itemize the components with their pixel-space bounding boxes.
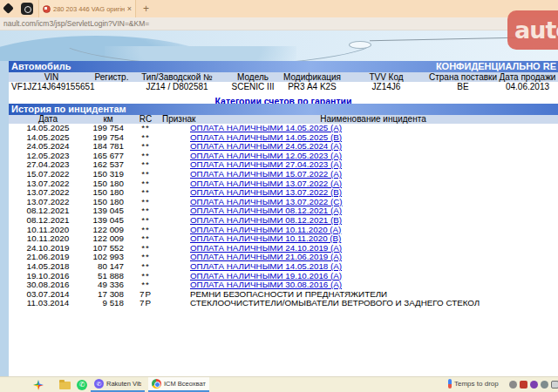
incident-rc: **	[129, 262, 162, 272]
col-tvv-code: TVV Код	[344, 72, 429, 82]
incident-link[interactable]: ОПЛАТА НАЛИЧНЫМИ 15.07.2022 (A)	[190, 169, 342, 179]
chrome-taskbar-button[interactable]: ICM Всеохватная и...	[148, 377, 209, 392]
incident-km: 199 754	[87, 124, 129, 133]
vehicle-table-header: VIN Регистр. Тип/Заводской № Модель Моди…	[9, 72, 558, 82]
incident-link[interactable]: ОПЛАТА НАЛИЧНЫМИ 14.05.2018 (A)	[190, 261, 342, 271]
extension-icon[interactable]	[21, 3, 33, 15]
incident-sign	[162, 206, 188, 216]
incident-km: 139 045	[87, 216, 129, 226]
incident-name-cell: СТЕКЛООЧИСТИТЕЛИ/ОМЫВАТЕЛИ ВЕТРОВОГО И З…	[188, 299, 558, 308]
incident-rc: **	[129, 124, 162, 133]
incident-sign	[162, 170, 188, 179]
vehicle-section-title: Автомобиль	[11, 61, 71, 71]
incident-link[interactable]: ОПЛАТА НАЛИЧНЫМИ 14.05.2025 (A)	[190, 123, 342, 132]
incident-link[interactable]: ОПЛАТА НАЛИЧНЫМИ 08.12.2021 (A)	[190, 206, 342, 215]
incidents-section-header: История по инцидентам	[9, 104, 558, 115]
supply-country-value: BE	[429, 82, 497, 91]
incident-link[interactable]: ОПЛАТА НАЛИЧНЫМИ 27.04.2023 (A)	[190, 159, 342, 169]
browser-tab-bar: 280 203 446 VAG оригінал та × +	[0, 0, 558, 17]
incident-link[interactable]: ОПЛАТА НАЛИЧНЫМИ 13.07.2022 (A)	[190, 179, 342, 188]
incident-link[interactable]: ОПЛАТА НАЛИЧНЫМИ 21.06.2019 (A)	[190, 252, 342, 261]
sale-date-value: 04.06.2013	[497, 82, 558, 91]
incident-link[interactable]: ОПЛАТА НАЛИЧНЫМИ 13.07.2022 (C)	[190, 197, 343, 206]
incident-link[interactable]: ОПЛАТА НАЛИЧНЫМИ 24.05.2024 (A)	[190, 141, 342, 151]
tray-icon[interactable]	[509, 381, 517, 389]
incident-link[interactable]: ОПЛАТА НАЛИЧНЫМИ 19.10.2016 (A)	[190, 271, 342, 280]
file-explorer-icon[interactable]	[59, 382, 71, 389]
tray-icon[interactable]	[541, 381, 548, 389]
incident-date: 15.07.2022	[9, 170, 87, 179]
col-type-factory: Тип/Заводской №	[129, 72, 225, 82]
banner-image	[0, 30, 558, 61]
incident-link[interactable]: ОПЛАТА НАЛИЧНЫМИ 13.07.2022 (B)	[190, 187, 342, 197]
vehicle-table-values: VF1JZ14J649155651 JZ14 / D802581 SCENIC …	[9, 82, 558, 91]
incident-sign	[162, 133, 188, 143]
browser-profile-icon[interactable]	[3, 3, 14, 14]
incident-sign	[162, 160, 188, 170]
incident-date: 14.05.2025	[9, 124, 87, 133]
weather-label: Temps to drop	[454, 380, 499, 388]
viber-taskbar-button[interactable]: ✆ Rakuten Viber	[91, 377, 145, 392]
type-factory-value: JZ14 / D802581	[129, 82, 225, 91]
windows-taskbar: ✆ ✆ Rakuten Viber ICM Всеохватная и... T…	[0, 376, 558, 392]
tray-icon[interactable]	[520, 381, 527, 389]
incident-link[interactable]: ОПЛАТА НАЛИЧНЫМИ 08.12.2021 (B)	[190, 215, 342, 225]
new-tab-button[interactable]: +	[143, 3, 149, 15]
page-content: Автомобиль КОНФИДЕНЦИАЛЬНО RE VIN Регист…	[9, 61, 558, 376]
vehicle-section-header: Автомобиль КОНФИДЕНЦИАЛЬНО RE	[9, 61, 558, 72]
col-registr: Регистр.	[94, 72, 129, 82]
incidents-table-body: 14.05.2025199 754**ОПЛАТА НАЛИЧНЫМИ 14.0…	[9, 124, 558, 308]
incident-km: 150 319	[87, 170, 129, 179]
weather-widget[interactable]: Temps to drop	[448, 379, 499, 389]
vin-value: VF1JZ14J649155651	[9, 82, 94, 91]
incident-sign	[162, 216, 188, 226]
whatsapp-icon[interactable]: ✆	[77, 380, 87, 390]
watermark-text: auto	[514, 17, 558, 44]
incident-rc: **	[129, 216, 162, 226]
incident-link[interactable]: ОПЛАТА НАЛИЧНЫМИ 10.11.2020 (A)	[190, 225, 341, 234]
incident-sign	[162, 299, 188, 308]
browser-tab[interactable]: 280 203 446 VAG оригінал та ×	[38, 0, 136, 17]
registr-value	[94, 82, 129, 91]
incident-link[interactable]: ОПЛАТА НАЛИЧНЫМИ 12.05.2023 (A)	[190, 151, 342, 160]
tray-icon[interactable]	[551, 381, 558, 389]
incident-link[interactable]: ОПЛАТА НАЛИЧНЫМИ 14.05.2025 (B)	[190, 132, 342, 142]
incident-sign	[162, 272, 188, 281]
incident-link[interactable]: ОПЛАТА НАЛИЧНЫМИ 30.08.2016 (A)	[190, 280, 342, 289]
incident-sign	[162, 198, 188, 207]
incident-sign	[162, 253, 188, 262]
incident-sign	[162, 280, 188, 290]
search-highlights-icon[interactable]	[33, 380, 44, 390]
chrome-icon	[152, 379, 161, 389]
col-sign: Признак	[162, 115, 188, 124]
confidential-label: КОНФИДЕНЦИАЛЬНО RE	[436, 61, 556, 72]
tray-icon[interactable]	[530, 381, 538, 389]
col-supply-country: Страна поставки	[429, 72, 497, 82]
incident-sign	[162, 226, 188, 235]
incident-link[interactable]: ОПЛАТА НАЛИЧНЫМИ 10.11.2020 (B)	[190, 233, 341, 243]
tab-close-icon[interactable]: ×	[127, 4, 132, 13]
incident-date: 14.05.2018	[9, 262, 87, 272]
incident-sign	[162, 179, 188, 189]
incident-sign	[162, 188, 188, 198]
incident-sign	[162, 152, 188, 161]
viber-icon: ✆	[94, 379, 104, 389]
incident-sign	[162, 244, 188, 253]
incident-km: 80 147	[87, 262, 129, 272]
incident-km: 9 518	[87, 299, 129, 308]
tab-favicon-icon	[43, 5, 51, 13]
col-sale-date: Дата продажи	[497, 72, 558, 82]
tvv-code-value: JZ14J6	[344, 82, 429, 91]
incident-link[interactable]: ОПЛАТА НАЛИЧНЫМИ 24.10.2019 (A)	[190, 243, 342, 253]
incidents-section-title: История по инцидентам	[11, 104, 126, 114]
warranty-link-row: Категории счетов по гарантии	[9, 91, 558, 104]
model-value: SCENIC III	[225, 82, 281, 91]
incident-sign	[162, 124, 188, 133]
banner-curve-line	[52, 30, 384, 61]
incident-date: 08.12.2021	[9, 216, 87, 226]
address-bar[interactable]: nault.com/icm3/jsp/ServletLogin?VIN=&KM=	[0, 17, 558, 30]
url-text[interactable]: nault.com/icm3/jsp/ServletLogin?VIN=&KM=	[0, 17, 558, 30]
incident-row: 11.03.20149 5187PСТЕКЛООЧИСТИТЕЛИ/ОМЫВАТ…	[9, 299, 558, 308]
modification-value: PR3 A4 K2S	[281, 82, 344, 91]
incident-rc: **	[129, 170, 162, 179]
